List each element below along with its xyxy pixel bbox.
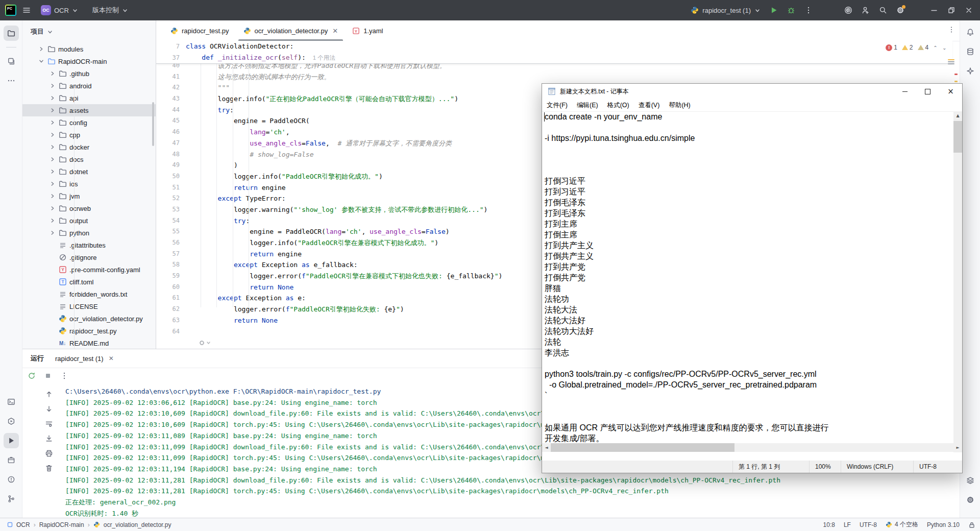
- chevron-right-icon[interactable]: [49, 107, 56, 114]
- clear-icon[interactable]: [45, 464, 53, 472]
- more-actions-icon[interactable]: [804, 6, 813, 14]
- editor-tab-rapidocr_test.py[interactable]: rapidocr_test.py: [163, 20, 236, 41]
- breadcrumb-project[interactable]: OCR: [16, 521, 30, 528]
- terminal-tool-icon[interactable]: [4, 394, 19, 409]
- editor-tab-ocr_violation_detector.py[interactable]: ocr_violation_detector.py✕: [236, 20, 346, 41]
- scroll-end-icon[interactable]: [45, 435, 53, 443]
- tree-item-output[interactable]: output: [22, 214, 156, 227]
- notepad-titlebar[interactable]: 新建文本文档.txt - 记事本 ×: [542, 84, 962, 99]
- project-panel-header[interactable]: 项目: [22, 20, 156, 43]
- editor-tabs-more-icon[interactable]: [947, 26, 955, 34]
- project-widget[interactable]: OC OCR: [37, 3, 82, 17]
- chevron-right-icon[interactable]: [49, 82, 56, 89]
- tree-item-README.md[interactable]: M↓README.md: [22, 337, 156, 349]
- tree-item-.gitignore[interactable]: .gitignore: [22, 251, 156, 263]
- git-tool-icon[interactable]: [4, 491, 19, 506]
- breadcrumb-file[interactable]: ocr_violation_detector.py: [104, 521, 172, 528]
- rerun-button[interactable]: [28, 372, 36, 380]
- tree-item-api[interactable]: api: [22, 92, 156, 104]
- search-icon[interactable]: [879, 6, 887, 14]
- inspections-menu-icon[interactable]: [948, 58, 954, 65]
- vcs-widget[interactable]: 版本控制: [88, 4, 132, 17]
- debug-button[interactable]: [787, 6, 795, 14]
- tree-item-config[interactable]: config: [22, 116, 156, 129]
- services-tool-icon[interactable]: [4, 414, 19, 429]
- scroll-right-icon[interactable]: ►: [953, 443, 962, 452]
- tree-item-dotnet[interactable]: dotnet: [22, 165, 156, 178]
- layers-tool-icon[interactable]: [963, 473, 978, 488]
- chevron-right-icon[interactable]: [49, 217, 56, 224]
- chevron-right-icon[interactable]: [49, 205, 56, 212]
- breadcrumb-folder[interactable]: RapidOCR-main: [39, 521, 84, 528]
- chevron-down-icon[interactable]: [38, 58, 45, 65]
- notepad-menu-V[interactable]: 查看(V): [634, 101, 665, 110]
- tree-item-forbidden_words.txt[interactable]: forbidden_words.txt: [22, 288, 156, 300]
- prev-problem-icon[interactable]: ⌃: [933, 45, 937, 51]
- settings-small-tool-icon[interactable]: [963, 492, 978, 508]
- chevron-right-icon[interactable]: [49, 229, 56, 236]
- next-problem-icon[interactable]: ⌃: [942, 45, 946, 51]
- ai-tool-icon[interactable]: [963, 63, 978, 79]
- window-restore-button[interactable]: [947, 6, 955, 14]
- stop-button[interactable]: [44, 372, 52, 380]
- project-tree-scrollbar[interactable]: [152, 102, 154, 146]
- commit-tool-icon[interactable]: [4, 54, 19, 69]
- bell-tool-icon[interactable]: [963, 25, 978, 40]
- chevron-right-icon[interactable]: [49, 192, 56, 200]
- chevron-right-icon[interactable]: [49, 168, 56, 175]
- tree-item-.gitattributes[interactable]: .gitattributes: [22, 239, 156, 251]
- ai-assistant-icon[interactable]: [844, 6, 852, 14]
- settings-icon[interactable]: [896, 6, 904, 14]
- chevron-right-icon[interactable]: [38, 45, 45, 53]
- tree-item-RapidOCR-main[interactable]: RapidOCR-main: [22, 55, 156, 67]
- tree-item-python[interactable]: python: [22, 227, 156, 239]
- tree-item-ocr_violation_detector.py[interactable]: ocr_violation_detector.py: [22, 312, 156, 325]
- tree-item-android[interactable]: android: [22, 80, 156, 92]
- main-menu-icon[interactable]: [22, 6, 31, 14]
- down-icon[interactable]: [45, 405, 53, 413]
- chevron-right-icon[interactable]: [49, 131, 56, 138]
- notepad-minimize-button[interactable]: [893, 84, 916, 99]
- scroll-left-icon[interactable]: ◄: [542, 443, 551, 452]
- notepad-menu-H[interactable]: 帮助(H): [664, 101, 695, 110]
- more-tool-icon[interactable]: [4, 73, 19, 88]
- scrollbar-thumb[interactable]: [953, 121, 962, 153]
- chevron-right-icon[interactable]: [49, 119, 56, 126]
- tree-item-ocrweb[interactable]: ocrweb: [22, 202, 156, 214]
- chevron-right-icon[interactable]: [49, 156, 56, 163]
- chevron-right-icon[interactable]: [49, 180, 56, 187]
- tree-item-LICENSE[interactable]: LICENSE: [22, 300, 156, 312]
- notepad-maximize-button[interactable]: [916, 84, 939, 99]
- project-tool-icon[interactable]: [4, 26, 19, 41]
- line-ending-widget[interactable]: LF: [844, 521, 851, 528]
- run-button[interactable]: [770, 6, 778, 14]
- scroll-up-icon[interactable]: ▲: [953, 111, 962, 120]
- chevron-right-icon[interactable]: [49, 143, 56, 151]
- tree-item-.github[interactable]: .github: [22, 67, 156, 80]
- editor-tab-1.yaml[interactable]: Y1.yaml: [345, 20, 390, 41]
- notepad-menu-E[interactable]: 编辑(E): [572, 101, 603, 110]
- packages-tool-icon[interactable]: [4, 452, 19, 468]
- lock-icon[interactable]: [968, 521, 975, 528]
- chevron-right-icon[interactable]: [49, 94, 56, 102]
- tree-item-modules[interactable]: modules: [22, 43, 156, 55]
- database-tool-icon[interactable]: [963, 44, 978, 59]
- window-close-button[interactable]: [965, 6, 973, 14]
- interpreter-widget[interactable]: Python 3.10: [927, 521, 960, 528]
- tree-item-assets[interactable]: assets: [22, 104, 156, 116]
- tree-item-docker[interactable]: docker: [22, 141, 156, 153]
- soft-wrap-icon[interactable]: [45, 420, 53, 428]
- run-tab[interactable]: rapidocr_test (1) ✕: [55, 355, 114, 363]
- notepad-close-button[interactable]: ×: [939, 84, 962, 99]
- up-icon[interactable]: [45, 390, 53, 398]
- caret-position-widget[interactable]: 10:8: [823, 521, 835, 528]
- print-icon[interactable]: [45, 449, 53, 457]
- tree-item-ios[interactable]: ios: [22, 178, 156, 190]
- window-minimize-button[interactable]: [930, 6, 938, 14]
- indent-widget[interactable]: 4 个空格: [886, 520, 918, 529]
- notepad-vertical-scrollbar[interactable]: ▲ ▼: [953, 111, 962, 452]
- notepad-menu-F[interactable]: 文件(F): [542, 101, 572, 110]
- close-icon[interactable]: ✕: [109, 355, 114, 362]
- tree-item-cliff.toml[interactable]: Tcliff.toml: [22, 276, 156, 288]
- run-configuration-widget[interactable]: rapidocr_test (1): [691, 6, 761, 14]
